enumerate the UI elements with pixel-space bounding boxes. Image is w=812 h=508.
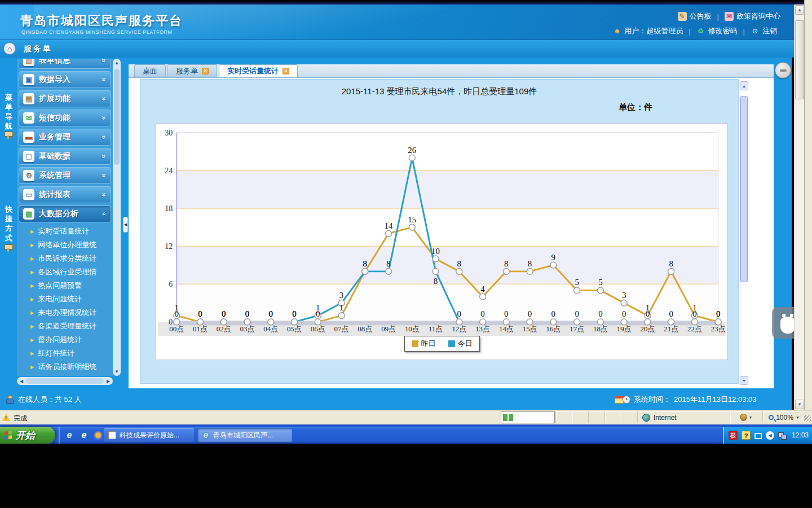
sidebar-item-analytics[interactable]: ▩大数据分析»: [19, 205, 111, 222]
dropdown-arrow-icon[interactable]: ▼: [796, 415, 800, 419]
panel-scrollbar[interactable]: ▲ ▼: [740, 81, 748, 385]
change-password-link[interactable]: ♻修改密码: [696, 26, 738, 36]
tab-实时受话量统计[interactable]: 实时受话量统计✕: [219, 64, 298, 77]
sidebar-item-envelope[interactable]: ✉短信功能»: [19, 110, 111, 126]
start-button[interactable]: 开始: [0, 427, 55, 444]
sidebar-item-document[interactable]: ▢基础数据»: [19, 148, 111, 165]
svg-text:0: 0: [669, 309, 673, 318]
scroll-up-icon[interactable]: ▲: [113, 60, 121, 65]
sidebar-item-printer[interactable]: ▭统计报表»: [19, 186, 111, 203]
close-icon[interactable]: ✕: [202, 68, 209, 75]
svg-text:12点: 12点: [452, 325, 466, 333]
home-icon[interactable]: ⌂: [3, 42, 16, 55]
sidebar-collapse-handle[interactable]: ◀: [123, 217, 128, 233]
scroll-down-icon[interactable]: ▼: [740, 376, 748, 385]
ie-icon[interactable]: e: [64, 430, 74, 440]
progress-bar: [501, 411, 555, 423]
sidebar-item-label: 表单信息: [39, 59, 102, 65]
bullet-icon: ▶: [30, 256, 34, 261]
bullet-icon: ▶: [30, 310, 34, 316]
sidebar-item-briefcase[interactable]: ▬业务管理»: [19, 129, 111, 146]
scroll-up-icon[interactable]: ▲: [740, 81, 748, 90]
ie-status-bar: 完成 Internet ▼ 100% ▼: [0, 410, 812, 424]
sidebar-item-drawer[interactable]: ▤扩展功能»: [19, 90, 111, 107]
network-icon[interactable]: [778, 432, 787, 439]
chevron-icon: »: [100, 174, 108, 178]
menu-hscrollbar-thumb[interactable]: [26, 378, 104, 384]
sidebar-subitem[interactable]: ▶网络单位办理量统: [17, 238, 113, 252]
input-method-icon[interactable]: 极: [729, 431, 738, 440]
legend-label: 今日: [458, 339, 473, 349]
sidebar-subitem[interactable]: ▶红灯件统计: [17, 347, 113, 360]
sidebar-item-label: 扩展功能: [39, 94, 102, 104]
sidebar-subitem[interactable]: ▶来电问题统计: [17, 292, 113, 306]
sidebar-item-bar-chart[interactable]: ▥表单信息»: [19, 59, 111, 69]
resize-grip[interactable]: [804, 415, 811, 422]
minimize-panel-button[interactable]: [775, 62, 791, 78]
sidebar-item-monitor[interactable]: ▣数据导入»: [19, 71, 111, 88]
sidebar-item-tools[interactable]: ⚙系统管理»: [19, 167, 111, 184]
tab-服务单[interactable]: 服务单✕: [167, 64, 217, 77]
svg-text:00点: 00点: [169, 325, 184, 333]
scroll-down-icon[interactable]: ▼: [795, 400, 804, 409]
protected-mode-cell[interactable]: ▼: [730, 411, 762, 423]
sidebar-subitem[interactable]: ▶来电办理情况统计: [17, 306, 113, 319]
sidebar-subitem[interactable]: ▶实时受话量统计: [17, 225, 113, 238]
content-area: 桌面服务单✕实时受话量统计✕ 2015-11-13 受理市民来电54件，昨日总受…: [129, 64, 774, 388]
scroll-down-icon[interactable]: ▼: [113, 369, 121, 374]
svg-text:3: 3: [339, 291, 343, 300]
svg-text:30: 30: [165, 129, 173, 137]
browser-scrollbar[interactable]: ▲ ▼: [794, 5, 804, 410]
media-player-icon[interactable]: [94, 431, 103, 440]
right-side-strip: [774, 58, 792, 388]
window-tray-icon[interactable]: [754, 433, 762, 439]
screen: 青岛市城阳区民声服务平台 QINGDAO CHENGYANG MINSHENG …: [0, 0, 812, 508]
svg-text:11点: 11点: [429, 325, 443, 333]
tab-桌面[interactable]: 桌面: [134, 64, 166, 77]
browser-scrollbar-thumb[interactable]: [795, 20, 804, 99]
security-zone: Internet: [637, 411, 730, 423]
panel-scrollbar-thumb[interactable]: [740, 96, 748, 282]
svg-text:0: 0: [692, 309, 696, 318]
chevron-icon: »: [100, 135, 108, 139]
sidebar-subitem[interactable]: ▶各区域行业受理情: [17, 265, 113, 279]
dropdown-arrow-icon[interactable]: ▼: [749, 415, 753, 419]
svg-text:06点: 06点: [311, 325, 325, 333]
page-load-status: 完成: [14, 414, 27, 423]
scroll-right-icon[interactable]: ▶: [104, 379, 112, 384]
legend-item-昨日[interactable]: 昨日: [412, 339, 436, 349]
sidebar-subitem[interactable]: ▶热点问题预警: [17, 279, 113, 292]
menu-horizontal-scrollbar[interactable]: ◀ ▶: [17, 377, 113, 385]
hide-tray-icons-button[interactable]: ◀: [766, 431, 774, 440]
taskbar: 开始 e e » 科技成果评价原始... e 青岛市城阳区民声... 极 ? ◀…: [0, 427, 812, 444]
scroll-up-icon[interactable]: ▲: [795, 5, 804, 15]
legend-item-今日[interactable]: 今日: [448, 339, 473, 349]
taskbar-task-browser[interactable]: e 青岛市城阳区民声...: [197, 428, 292, 442]
system-tray: 极 ? ◀ 12:03: [723, 427, 812, 444]
taskbar-task-word[interactable]: 科技成果评价原始...: [104, 428, 194, 442]
current-user-link[interactable]: ☻用户：超级管理员: [612, 26, 683, 36]
policy-center-link[interactable]: ✉政策咨询中心: [725, 11, 780, 21]
logout-link[interactable]: ⊙注销: [751, 26, 777, 36]
sidebar-subitem[interactable]: ▶各渠道受理量统计: [17, 319, 113, 333]
taskbar-clock: 12:03: [792, 431, 809, 439]
menu-vertical-scrollbar[interactable]: ▲ ▼: [113, 59, 121, 376]
chevron-icon: »: [100, 97, 108, 101]
menu-scrollbar-thumb[interactable]: [114, 69, 120, 165]
close-icon[interactable]: ✕: [283, 68, 289, 75]
sidebar-subitem[interactable]: ▶市民诉求分类统计: [17, 252, 113, 265]
sidebar-item-label: 大数据分析: [39, 209, 102, 219]
chart-box: 1000000181415108488955318100000001388268…: [156, 123, 728, 360]
bulletin-board-link[interactable]: ✎公告板: [678, 11, 712, 21]
scroll-left-icon[interactable]: ◀: [17, 379, 25, 384]
sidebar-subitem[interactable]: ▶话务员接听明细统: [17, 360, 113, 374]
dock-label-menu-nav: 菜单导航: [5, 93, 13, 131]
svg-text:0: 0: [175, 309, 179, 318]
bullet-icon: ▶: [30, 283, 34, 288]
svg-text:0: 0: [198, 309, 202, 318]
link-label: 公告板: [690, 11, 712, 21]
sidebar-subitem[interactable]: ▶督办问题统计: [17, 333, 113, 347]
ie-icon[interactable]: e: [79, 430, 89, 440]
help-icon[interactable]: ?: [742, 431, 751, 440]
zoom-control[interactable]: 100% ▼: [762, 411, 805, 423]
